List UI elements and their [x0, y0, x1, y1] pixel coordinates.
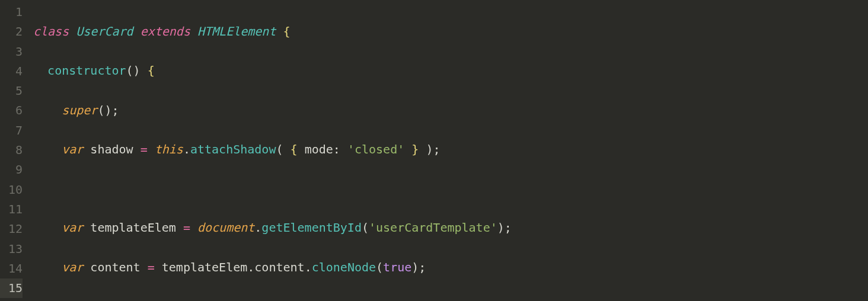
constructor: constructor — [47, 63, 126, 78]
ident-templateelem: templateElem — [162, 260, 248, 274]
code-editor[interactable]: 1 2 3 4 5 6 7 8 9 10 11 12 13 14 15 clas… — [0, 0, 868, 301]
line-number: 6 — [0, 101, 23, 120]
line-number: 5 — [0, 81, 23, 101]
line-number: 4 — [0, 62, 23, 81]
keyword-var: var — [62, 142, 83, 156]
brace-open: { — [283, 24, 290, 39]
method-clonenode: cloneNode — [312, 260, 376, 274]
line-number: 9 — [0, 160, 23, 180]
string-usercardtemplate: 'userCardTemplate' — [369, 220, 497, 235]
dot: . — [183, 142, 190, 156]
code-line[interactable]: content.querySelector('img').setAttribut… — [33, 297, 868, 301]
brace-open: { — [148, 63, 155, 78]
brace-close: } — [411, 142, 419, 156]
method-attachshadow: attachShadow — [190, 142, 276, 156]
string-closed: 'closed' — [347, 142, 404, 156]
line-number: 8 — [0, 140, 23, 160]
type-usercard: UserCard — [76, 24, 133, 39]
paren-open: ( — [276, 142, 283, 156]
code-line[interactable]: constructor() { — [33, 61, 868, 81]
paren-open: ( — [376, 260, 383, 274]
line-number: 3 — [0, 42, 23, 62]
ident-templateelem: templateElem — [90, 220, 176, 235]
parens: () — [97, 103, 111, 117]
dot: . — [247, 260, 254, 274]
ident-content: content — [90, 260, 140, 274]
type-htmlelement: HTMLElement — [197, 24, 276, 39]
const-true: true — [383, 260, 411, 274]
line-number: 15 — [0, 278, 23, 298]
colon: : — [333, 142, 340, 156]
keyword-var: var — [62, 260, 83, 274]
line-number: 2 — [0, 22, 23, 41]
line-number: 1 — [0, 2, 23, 22]
prop-content: content — [254, 260, 304, 274]
code-line[interactable]: var templateElem = document.getElementBy… — [33, 218, 868, 238]
dot: . — [254, 220, 261, 235]
equals: = — [148, 260, 155, 274]
equals: = — [183, 220, 190, 235]
paren-close: ) — [426, 142, 433, 156]
semicolon: ; — [505, 220, 512, 235]
brace-open: { — [291, 142, 298, 156]
code-line[interactable] — [33, 179, 868, 198]
keyword-extends: extends — [141, 24, 190, 39]
super-call: super — [62, 103, 97, 117]
equals: = — [141, 142, 148, 156]
code-line[interactable]: super(); — [33, 101, 868, 120]
ident-shadow: shadow — [90, 142, 133, 156]
semicolon: ; — [111, 103, 119, 117]
code-line[interactable]: var content = templateElem.content.clone… — [33, 258, 868, 277]
paren-close: ) — [411, 260, 419, 274]
line-number: 13 — [0, 239, 23, 259]
semicolon: ; — [433, 142, 440, 156]
code-area[interactable]: class UserCard extends HTMLElement { con… — [33, 0, 868, 301]
this: this — [155, 142, 183, 156]
line-number: 12 — [0, 219, 23, 239]
dot: . — [305, 260, 312, 274]
line-number: 11 — [0, 200, 23, 219]
document: document — [197, 220, 254, 235]
paren-close: ) — [497, 220, 505, 235]
key-mode: mode — [305, 142, 333, 156]
code-line[interactable]: class UserCard extends HTMLElement { — [33, 22, 868, 41]
keyword-class: class — [33, 24, 69, 39]
parens: () — [126, 63, 141, 78]
line-number: 14 — [0, 259, 23, 278]
keyword-var: var — [62, 220, 83, 235]
semicolon: ; — [419, 260, 426, 274]
line-number: 10 — [0, 180, 23, 200]
paren-open: ( — [362, 220, 369, 235]
code-line[interactable]: var shadow = this.attachShadow( { mode: … — [33, 140, 868, 159]
line-number-gutter: 1 2 3 4 5 6 7 8 9 10 11 12 13 14 15 — [0, 0, 33, 301]
line-number: 7 — [0, 121, 23, 140]
method-getelementbyid: getElementById — [261, 220, 362, 235]
